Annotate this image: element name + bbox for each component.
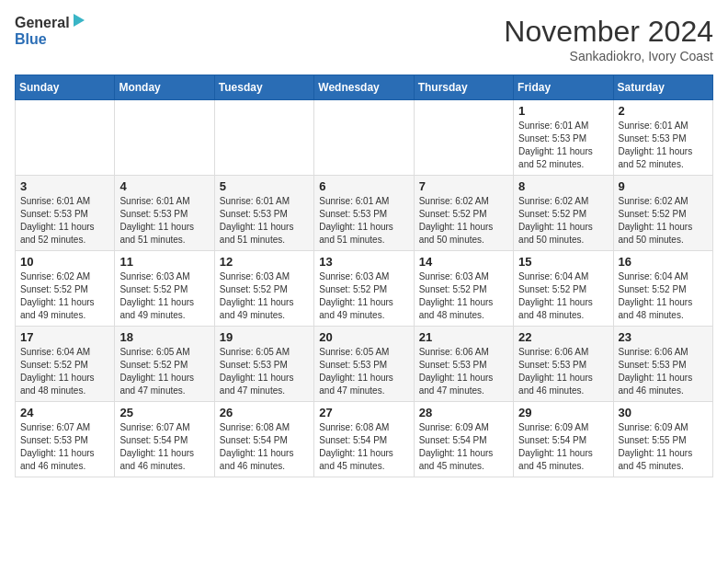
day-info: Sunrise: 6:05 AM Sunset: 5:53 PM Dayligh… (220, 346, 309, 397)
day-info: Sunrise: 6:04 AM Sunset: 5:52 PM Dayligh… (518, 270, 608, 322)
day-number: 15 (518, 255, 608, 269)
calendar-cell: 10Sunrise: 6:02 AM Sunset: 5:52 PM Dayli… (16, 251, 115, 327)
day-number: 17 (20, 330, 109, 344)
logo: General Blue (15, 15, 85, 48)
calendar-cell: 6Sunrise: 6:01 AM Sunset: 5:53 PM Daylig… (314, 176, 414, 251)
day-number: 26 (220, 406, 309, 419)
calendar-cell (115, 100, 214, 176)
calendar-cell (214, 100, 313, 176)
day-info: Sunrise: 6:09 AM Sunset: 5:54 PM Dayligh… (419, 421, 508, 473)
day-info: Sunrise: 6:03 AM Sunset: 5:52 PM Dayligh… (119, 270, 209, 322)
calendar-cell (16, 100, 115, 176)
calendar-week-row: 10Sunrise: 6:02 AM Sunset: 5:52 PM Dayli… (16, 251, 713, 327)
day-of-week-header: Thursday (414, 75, 513, 100)
calendar-cell: 8Sunrise: 6:02 AM Sunset: 5:52 PM Daylig… (514, 176, 613, 251)
day-number: 29 (518, 406, 608, 419)
calendar-cell: 18Sunrise: 6:05 AM Sunset: 5:52 PM Dayli… (115, 327, 214, 402)
day-info: Sunrise: 6:01 AM Sunset: 5:53 PM Dayligh… (518, 120, 608, 171)
calendar-cell: 5Sunrise: 6:01 AM Sunset: 5:53 PM Daylig… (214, 176, 313, 251)
day-of-week-header: Saturday (613, 75, 712, 100)
day-info: Sunrise: 6:05 AM Sunset: 5:52 PM Dayligh… (119, 346, 209, 397)
calendar-header-row: SundayMondayTuesdayWednesdayThursdayFrid… (16, 75, 713, 100)
calendar-cell: 27Sunrise: 6:08 AM Sunset: 5:54 PM Dayli… (314, 402, 414, 477)
calendar-cell: 28Sunrise: 6:09 AM Sunset: 5:54 PM Dayli… (414, 402, 513, 477)
day-info: Sunrise: 6:04 AM Sunset: 5:52 PM Dayligh… (619, 270, 708, 322)
day-number: 9 (619, 179, 708, 193)
calendar-week-row: 24Sunrise: 6:07 AM Sunset: 5:53 PM Dayli… (16, 402, 713, 477)
day-number: 28 (419, 406, 508, 419)
calendar-cell: 4Sunrise: 6:01 AM Sunset: 5:53 PM Daylig… (115, 176, 214, 251)
day-number: 25 (119, 406, 209, 419)
calendar-cell: 23Sunrise: 6:06 AM Sunset: 5:53 PM Dayli… (613, 327, 712, 402)
calendar-cell: 22Sunrise: 6:06 AM Sunset: 5:53 PM Dayli… (514, 327, 613, 402)
calendar-cell: 2Sunrise: 6:01 AM Sunset: 5:53 PM Daylig… (613, 100, 712, 176)
calendar-cell: 17Sunrise: 6:04 AM Sunset: 5:52 PM Dayli… (16, 327, 115, 402)
calendar-week-row: 17Sunrise: 6:04 AM Sunset: 5:52 PM Dayli… (16, 327, 713, 402)
calendar-cell: 24Sunrise: 6:07 AM Sunset: 5:53 PM Dayli… (16, 402, 115, 477)
day-info: Sunrise: 6:03 AM Sunset: 5:52 PM Dayligh… (419, 270, 508, 322)
calendar-cell (314, 100, 414, 176)
calendar-cell: 20Sunrise: 6:05 AM Sunset: 5:53 PM Dayli… (314, 327, 414, 402)
day-number: 7 (419, 179, 508, 193)
calendar-cell (414, 100, 513, 176)
day-number: 2 (619, 104, 708, 118)
calendar-cell: 25Sunrise: 6:07 AM Sunset: 5:54 PM Dayli… (115, 402, 214, 477)
calendar-cell: 1Sunrise: 6:01 AM Sunset: 5:53 PM Daylig… (514, 100, 613, 176)
calendar-table: SundayMondayTuesdayWednesdayThursdayFrid… (15, 75, 713, 477)
calendar-cell: 21Sunrise: 6:06 AM Sunset: 5:53 PM Dayli… (414, 327, 513, 402)
day-number: 30 (619, 406, 708, 419)
day-number: 21 (419, 330, 508, 344)
month-title: November 2024 (504, 15, 713, 49)
day-number: 19 (220, 330, 309, 344)
day-info: Sunrise: 6:01 AM Sunset: 5:53 PM Dayligh… (119, 195, 209, 247)
calendar-cell: 26Sunrise: 6:08 AM Sunset: 5:54 PM Dayli… (214, 402, 313, 477)
day-info: Sunrise: 6:01 AM Sunset: 5:53 PM Dayligh… (20, 195, 109, 247)
day-info: Sunrise: 6:06 AM Sunset: 5:53 PM Dayligh… (518, 346, 608, 397)
day-of-week-header: Sunday (16, 75, 115, 100)
day-info: Sunrise: 6:03 AM Sunset: 5:52 PM Dayligh… (319, 270, 408, 322)
page-header: General Blue November 2024 Sankadiokro, … (15, 15, 713, 63)
day-number: 12 (220, 255, 309, 269)
day-info: Sunrise: 6:01 AM Sunset: 5:53 PM Dayligh… (319, 195, 408, 247)
day-number: 27 (319, 406, 408, 419)
logo-arrow-icon (74, 14, 85, 27)
calendar-cell: 19Sunrise: 6:05 AM Sunset: 5:53 PM Dayli… (214, 327, 313, 402)
logo-blue-text: Blue (15, 31, 47, 48)
day-info: Sunrise: 6:06 AM Sunset: 5:53 PM Dayligh… (419, 346, 508, 397)
calendar-cell: 13Sunrise: 6:03 AM Sunset: 5:52 PM Dayli… (314, 251, 414, 327)
day-number: 22 (518, 330, 608, 344)
calendar-cell: 16Sunrise: 6:04 AM Sunset: 5:52 PM Dayli… (613, 251, 712, 327)
day-info: Sunrise: 6:02 AM Sunset: 5:52 PM Dayligh… (419, 195, 508, 247)
day-number: 24 (20, 406, 109, 419)
calendar-cell: 29Sunrise: 6:09 AM Sunset: 5:54 PM Dayli… (514, 402, 613, 477)
day-of-week-header: Tuesday (214, 75, 313, 100)
calendar-cell: 30Sunrise: 6:09 AM Sunset: 5:55 PM Dayli… (613, 402, 712, 477)
calendar-cell: 15Sunrise: 6:04 AM Sunset: 5:52 PM Dayli… (514, 251, 613, 327)
title-section: November 2024 Sankadiokro, Ivory Coast (504, 15, 713, 63)
day-info: Sunrise: 6:09 AM Sunset: 5:54 PM Dayligh… (518, 421, 608, 473)
calendar-cell: 9Sunrise: 6:02 AM Sunset: 5:52 PM Daylig… (613, 176, 712, 251)
calendar-cell: 7Sunrise: 6:02 AM Sunset: 5:52 PM Daylig… (414, 176, 513, 251)
day-info: Sunrise: 6:01 AM Sunset: 5:53 PM Dayligh… (619, 120, 708, 171)
calendar-week-row: 1Sunrise: 6:01 AM Sunset: 5:53 PM Daylig… (16, 100, 713, 176)
day-number: 20 (319, 330, 408, 344)
day-number: 23 (619, 330, 708, 344)
logo-general-text: General (15, 15, 70, 31)
day-number: 13 (319, 255, 408, 269)
day-number: 8 (518, 179, 608, 193)
day-info: Sunrise: 6:08 AM Sunset: 5:54 PM Dayligh… (220, 421, 309, 473)
day-number: 3 (20, 179, 109, 193)
calendar-cell: 11Sunrise: 6:03 AM Sunset: 5:52 PM Dayli… (115, 251, 214, 327)
day-info: Sunrise: 6:09 AM Sunset: 5:55 PM Dayligh… (619, 421, 708, 473)
day-info: Sunrise: 6:06 AM Sunset: 5:53 PM Dayligh… (619, 346, 708, 397)
day-info: Sunrise: 6:02 AM Sunset: 5:52 PM Dayligh… (20, 270, 109, 322)
day-number: 18 (119, 330, 209, 344)
calendar-cell: 14Sunrise: 6:03 AM Sunset: 5:52 PM Dayli… (414, 251, 513, 327)
calendar-week-row: 3Sunrise: 6:01 AM Sunset: 5:53 PM Daylig… (16, 176, 713, 251)
day-of-week-header: Monday (115, 75, 214, 100)
day-of-week-header: Wednesday (314, 75, 414, 100)
day-number: 11 (119, 255, 209, 269)
day-info: Sunrise: 6:02 AM Sunset: 5:52 PM Dayligh… (619, 195, 708, 247)
calendar-cell: 3Sunrise: 6:01 AM Sunset: 5:53 PM Daylig… (16, 176, 115, 251)
day-info: Sunrise: 6:01 AM Sunset: 5:53 PM Dayligh… (220, 195, 309, 247)
